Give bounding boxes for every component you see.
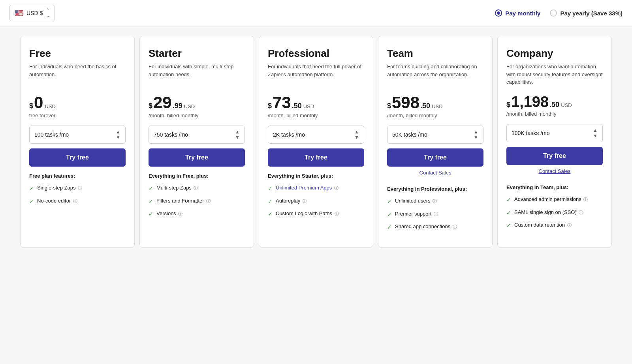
feature-text-free-0: Single-step Zaps ⓘ	[37, 184, 82, 191]
price-row-free: $ 0 USD	[29, 94, 126, 111]
feature-item-professional-2: ✓ Custom Logic with Paths ⓘ	[268, 210, 364, 218]
feature-item-starter-1: ✓ Filters and Formatter ⓘ	[149, 197, 245, 206]
billing-monthly[interactable]: Pay monthly	[495, 9, 540, 17]
plan-description-professional: For individuals that need the full power…	[268, 63, 364, 86]
info-icon-free-0[interactable]: ⓘ	[78, 185, 82, 191]
feature-link-professional-0[interactable]: Unlimited Premium Apps	[276, 185, 332, 191]
info-icon-team-2[interactable]: ⓘ	[453, 224, 457, 230]
feature-item-company-2: ✓ Custom data retention ⓘ	[506, 221, 603, 230]
tasks-selector-starter[interactable]: 750 tasks /mo ▲▼	[149, 126, 245, 144]
plan-name-professional: Professional	[268, 47, 364, 60]
billing-yearly[interactable]: Pay yearly (Save 33%)	[550, 9, 623, 17]
features-header-professional: Everything in Starter, plus:	[268, 173, 364, 179]
plan-name-company: Company	[506, 47, 603, 60]
price-symbol-company: $	[506, 101, 510, 109]
price-currency-company: USD	[561, 102, 572, 108]
plan-card-team: Team For teams building and collaboratin…	[378, 36, 493, 248]
billing-monthly-label: Pay monthly	[505, 10, 540, 17]
try-free-button-company[interactable]: Try free	[506, 147, 603, 165]
stepper-icon-professional: ▲▼	[354, 129, 359, 140]
info-icon-professional-0[interactable]: ⓘ	[334, 185, 339, 191]
info-icon-team-0[interactable]: ⓘ	[433, 198, 437, 204]
plan-description-starter: For individuals with simple, multi-step …	[149, 63, 245, 86]
info-icon-team-1[interactable]: ⓘ	[434, 211, 438, 217]
price-currency-starter: USD	[184, 103, 195, 109]
check-icon-starter-1: ✓	[149, 198, 153, 206]
plan-name-starter: Starter	[149, 47, 245, 60]
feature-text-starter-2: Versions ⓘ	[156, 210, 182, 217]
price-period-free: free forever	[29, 113, 126, 118]
price-row-company: $ 1,198 .50 USD	[506, 94, 603, 109]
plan-description-company: For organizations who want automation wi…	[506, 63, 603, 86]
contact-sales-team[interactable]: Contact Sales	[387, 170, 483, 176]
feature-item-company-0: ✓ Advanced admin permissions ⓘ	[506, 196, 603, 204]
info-icon-company-0[interactable]: ⓘ	[583, 197, 588, 203]
features-header-free: Free plan features:	[29, 173, 126, 179]
tasks-text-starter: 750 tasks /mo	[154, 131, 188, 138]
feature-text-company-2: Custom data retention ⓘ	[514, 221, 572, 229]
price-decimal-team: .50	[420, 102, 430, 110]
check-icon-team-2: ✓	[387, 223, 392, 231]
price-symbol-team: $	[387, 102, 391, 110]
feature-item-professional-1: ✓ Autoreplay ⓘ	[268, 197, 364, 206]
check-icon-professional-1: ✓	[268, 198, 273, 206]
tasks-text-professional: 2K tasks /mo	[273, 131, 305, 138]
info-icon-starter-1[interactable]: ⓘ	[206, 198, 211, 204]
try-free-button-team[interactable]: Try free	[387, 148, 483, 167]
currency-selector[interactable]: 🇺🇸 USD $ ⌃⌄	[9, 5, 55, 21]
check-icon-starter-0: ✓	[149, 185, 153, 193]
currency-label: USD $	[26, 10, 43, 16]
feature-item-free-0: ✓ Single-step Zaps ⓘ	[29, 184, 126, 193]
info-icon-starter-2[interactable]: ⓘ	[178, 211, 182, 217]
price-period-company: /month, billed monthly	[506, 111, 603, 117]
plan-card-starter: Starter For individuals with simple, mul…	[139, 36, 254, 248]
tasks-selector-professional[interactable]: 2K tasks /mo ▲▼	[268, 126, 364, 144]
tasks-text-free: 100 tasks /mo	[34, 131, 69, 138]
plan-card-free: Free For individuals who need the basics…	[20, 36, 135, 248]
price-symbol-starter: $	[149, 102, 152, 110]
feature-text-team-0: Unlimited users ⓘ	[395, 197, 437, 205]
chevron-icon: ⌃⌄	[46, 8, 50, 19]
info-icon-company-1[interactable]: ⓘ	[579, 210, 583, 216]
try-free-button-free[interactable]: Try free	[29, 148, 126, 167]
contact-sales-company[interactable]: Contact Sales	[506, 168, 603, 174]
price-currency-professional: USD	[303, 103, 314, 109]
feature-text-professional-0: Unlimited Premium Apps ⓘ	[276, 184, 339, 191]
stepper-icon-company: ▲▼	[593, 128, 598, 139]
tasks-text-team: 50K tasks /mo	[392, 131, 427, 138]
check-icon-team-0: ✓	[387, 198, 392, 206]
price-main-free: 0	[34, 94, 43, 111]
info-icon-starter-0[interactable]: ⓘ	[194, 185, 198, 191]
top-bar: 🇺🇸 USD $ ⌃⌄ Pay monthly Pay yearly (Save…	[0, 0, 632, 26]
stepper-icon-starter: ▲▼	[235, 129, 240, 140]
check-icon-free-0: ✓	[29, 185, 34, 193]
check-icon-company-0: ✓	[506, 196, 511, 204]
info-icon-professional-2[interactable]: ⓘ	[335, 211, 339, 217]
feature-text-professional-2: Custom Logic with Paths ⓘ	[276, 210, 339, 217]
check-icon-free-1: ✓	[29, 198, 34, 206]
feature-item-professional-0: ✓ Unlimited Premium Apps ⓘ	[268, 184, 364, 193]
features-list-free: ✓ Single-step Zaps ⓘ ✓ No-code editor ⓘ	[29, 184, 126, 210]
info-icon-professional-1[interactable]: ⓘ	[303, 198, 307, 204]
tasks-selector-company[interactable]: 100K tasks /mo ▲▼	[506, 124, 603, 142]
plan-name-free: Free	[29, 47, 126, 60]
tasks-selector-free[interactable]: 100 tasks /mo ▲▼	[29, 126, 126, 144]
price-period-professional: /month, billed monthly	[268, 113, 364, 118]
try-free-button-professional[interactable]: Try free	[268, 148, 364, 167]
tasks-selector-team[interactable]: 50K tasks /mo ▲▼	[387, 126, 483, 144]
features-list-starter: ✓ Multi-step Zaps ⓘ ✓ Filters and Format…	[149, 184, 245, 223]
plan-card-company: Company For organizations who want autom…	[497, 36, 612, 248]
feature-text-free-1: No-code editor ⓘ	[37, 197, 77, 205]
price-currency-team: USD	[432, 103, 442, 109]
info-icon-free-1[interactable]: ⓘ	[73, 198, 77, 204]
billing-options: Pay monthly Pay yearly (Save 33%)	[495, 9, 623, 17]
plan-description-free: For individuals who need the basics of a…	[29, 63, 126, 86]
stepper-icon-team: ▲▼	[474, 129, 478, 140]
check-icon-professional-2: ✓	[268, 210, 273, 218]
plan-card-professional: Professional For individuals that need t…	[259, 36, 373, 248]
tasks-text-company: 100K tasks /mo	[512, 130, 550, 136]
price-decimal-professional: .50	[292, 102, 302, 110]
info-icon-company-2[interactable]: ⓘ	[567, 222, 572, 228]
try-free-button-starter[interactable]: Try free	[149, 148, 245, 167]
price-main-professional: 73	[273, 94, 291, 111]
